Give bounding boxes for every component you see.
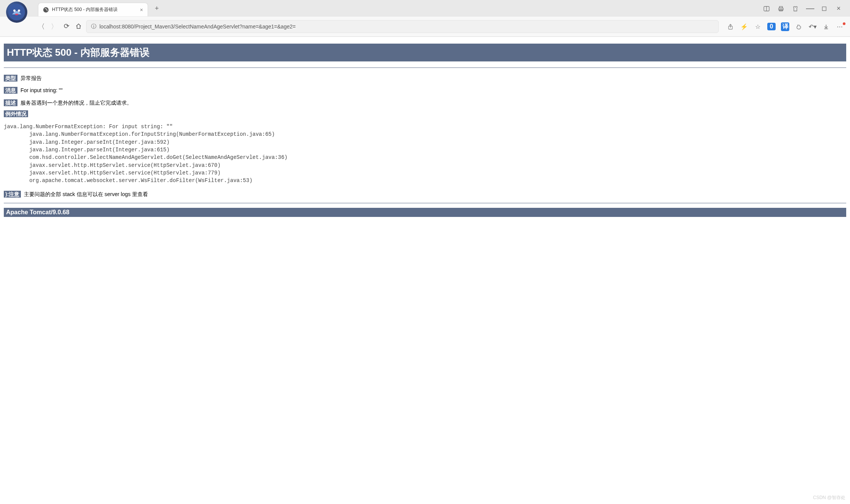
close-tab-icon[interactable]: × <box>140 7 143 13</box>
download-icon[interactable] <box>822 23 830 30</box>
url-bar[interactable]: ⓘ localhost:8080/Project_Maven3/SelectNa… <box>86 20 719 33</box>
note-value: 主要问题的全部 stack 信息可以在 server logs 里查看 <box>24 191 148 197</box>
type-value: 异常报告 <box>20 75 42 81</box>
lightning-icon[interactable]: ⚡ <box>740 23 748 30</box>
avatar[interactable] <box>6 2 27 23</box>
svg-point-1 <box>13 9 16 12</box>
exception-label: 例外情况 <box>4 110 28 117</box>
svg-rect-3 <box>15 14 18 15</box>
tab-favicon-icon <box>43 7 49 13</box>
maximize-button[interactable] <box>820 5 828 12</box>
close-window-button[interactable]: × <box>835 5 842 13</box>
description-label: 描述 <box>4 99 17 106</box>
description-value: 服务器遇到一个意外的情况，阻止它完成请求。 <box>20 100 132 106</box>
svg-point-4 <box>43 7 49 13</box>
tab-title: HTTP状态 500 - 内部服务器错误 <box>52 6 118 13</box>
description-row: 描述 服务器遇到一个意外的情况，阻止它完成请求。 <box>4 99 846 107</box>
block-badge[interactable]: 0 <box>767 23 776 30</box>
type-label: 类型 <box>4 75 17 82</box>
reload-button[interactable]: ⟳ <box>64 22 69 31</box>
nav-buttons: 〈 〉 ⟳ <box>38 22 82 31</box>
tab-bar: HTTP状态 500 - 内部服务器错误 × + — × <box>0 0 850 17</box>
back-button[interactable]: 〈 <box>38 22 45 31</box>
panel-icon[interactable] <box>763 5 770 12</box>
stacktrace: java.lang.NumberFormatException: For inp… <box>4 123 846 184</box>
site-info-icon[interactable]: ⓘ <box>91 23 96 30</box>
extensions-icon[interactable] <box>795 23 803 30</box>
server-footer: Apache Tomcat/9.0.68 <box>4 208 846 217</box>
tshirt-icon[interactable] <box>792 5 799 12</box>
minimize-button[interactable]: — <box>806 6 814 10</box>
toolbar-right: ⚡ ☆ 0 译 ↶▾ ⋯ <box>723 22 844 31</box>
browser-tab[interactable]: HTTP状态 500 - 内部服务器错误 × <box>38 3 148 16</box>
translate-badge[interactable]: 译 <box>781 22 789 31</box>
message-label: 消息 <box>4 87 17 94</box>
divider-bottom <box>4 203 846 203</box>
new-tab-button[interactable]: + <box>152 3 162 14</box>
type-row: 类型 异常报告 <box>4 74 846 82</box>
svg-rect-8 <box>779 6 782 8</box>
svg-point-2 <box>18 9 20 12</box>
printer-icon[interactable] <box>777 5 785 12</box>
note-label: ):注意 <box>4 191 21 198</box>
url-text: localhost:8080/Project_Maven3/SelectName… <box>99 24 714 30</box>
page-title: HTTP状态 500 - 内部服务器错误 <box>4 44 846 61</box>
share-icon[interactable] <box>726 23 735 30</box>
window-controls: — × <box>763 5 850 13</box>
watermark: CSDN @智存处 <box>813 495 845 501</box>
browser-chrome: HTTP状态 500 - 内部服务器错误 × + — × 〈 〉 ⟳ ⓘ loc… <box>0 0 850 37</box>
divider <box>4 68 846 68</box>
page-content: HTTP状态 500 - 内部服务器错误 类型 异常报告 消息 For inpu… <box>0 37 850 220</box>
svg-rect-10 <box>822 7 826 11</box>
message-value: For input string: "" <box>20 87 63 93</box>
forward-button[interactable]: 〉 <box>51 22 58 31</box>
undo-dropdown-icon[interactable]: ↶▾ <box>808 23 817 30</box>
message-row: 消息 For input string: "" <box>4 86 846 94</box>
note-row: ):注意 主要问题的全部 stack 信息可以在 server logs 里查看 <box>4 190 846 198</box>
nav-toolbar: 〈 〉 ⟳ ⓘ localhost:8080/Project_Maven3/Se… <box>0 17 850 36</box>
more-menu-icon[interactable]: ⋯ <box>836 23 844 30</box>
home-button[interactable] <box>76 22 82 31</box>
favorite-icon[interactable]: ☆ <box>754 23 762 30</box>
exception-header: 例外情况 <box>4 111 846 118</box>
